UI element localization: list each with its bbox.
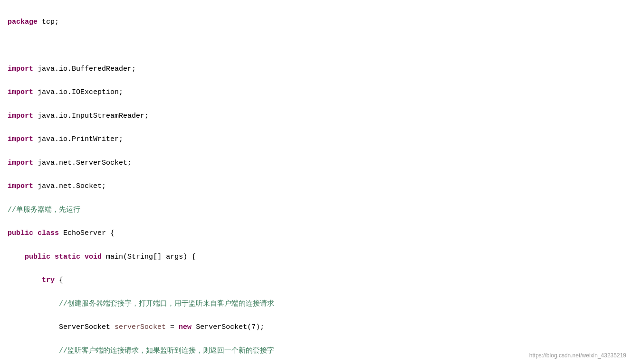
line-13: //创建服务器端套接字，打开端口，用于监听来自客户端的连接请求 <box>8 299 623 310</box>
line-3: import java.io.BufferedReader; <box>8 64 623 75</box>
line-2 <box>8 40 623 52</box>
line-6: import java.io.PrintWriter; <box>8 134 623 146</box>
code-container: package tcp; import java.io.BufferedRead… <box>8 5 623 364</box>
line-7: import java.net.ServerSocket; <box>8 158 623 169</box>
line-10: public class EchoServer { <box>8 228 623 240</box>
line-14: ServerSocket serverSocket = new ServerSo… <box>8 322 623 334</box>
line-4: import java.io.IOException; <box>8 87 623 99</box>
line-11: public static void main(String[] args) { <box>8 252 623 263</box>
watermark: https://blog.csdn.net/weixin_43235219 <box>529 351 626 360</box>
line-12: try { <box>8 275 623 287</box>
line-9: //单服务器端，先运行 <box>8 205 623 216</box>
line-8: import java.net.Socket; <box>8 181 623 193</box>
line-5: import java.io.InputStreamReader; <box>8 111 623 122</box>
line-1: package tcp; <box>8 17 623 28</box>
